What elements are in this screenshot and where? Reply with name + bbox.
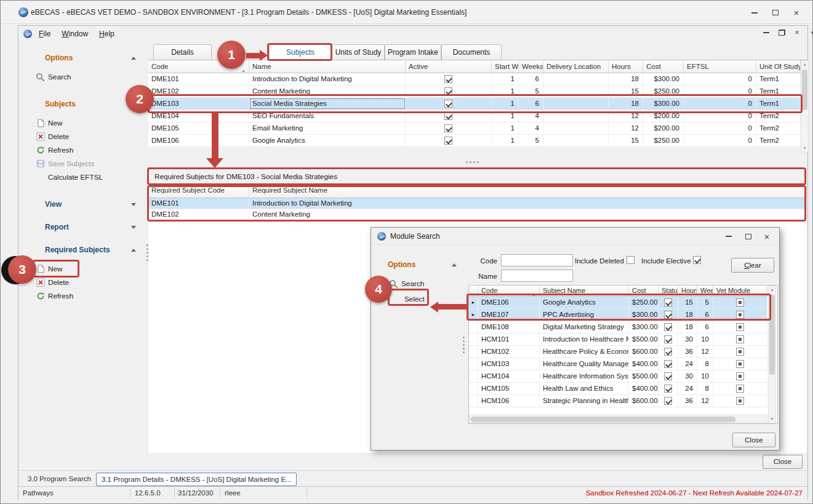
tab-units-of-study[interactable]: Units of Study	[332, 44, 385, 60]
sidebar-item-subjects-refresh[interactable]: Refresh	[19, 145, 146, 156]
sidebar-item-required-subjects-refresh[interactable]: Refresh	[19, 290, 146, 302]
panel-splitter[interactable]	[466, 159, 479, 164]
status-checkbox[interactable]	[664, 385, 672, 393]
search-icon	[36, 73, 45, 82]
row-hcm101[interactable]: HCM101Introduction to Healthcare M$500.0…	[469, 334, 767, 346]
clear-button[interactable]: Clear	[731, 258, 774, 273]
row-dme106[interactable]: DME106Google Analytics1515$250.000Term2	[148, 135, 801, 147]
row-hcm104[interactable]: HCM104Healthcare Information Syst$500.00…	[469, 370, 767, 383]
annotation-box-dme103-row	[148, 94, 803, 113]
cell-subject-name: Health Law and Ethics	[540, 383, 629, 394]
sidebar-section-required-subjects[interactable]: Required Subjects	[19, 245, 146, 255]
cell-status	[659, 383, 678, 394]
collapse-icon[interactable]	[131, 57, 136, 60]
dialog-splitter[interactable]	[461, 337, 466, 353]
row-hcm106[interactable]: HCM106Strategic Planning in Healthc$600.…	[469, 395, 767, 407]
column-header-weeks[interactable]: Weeks	[519, 60, 543, 73]
status-checkbox[interactable]	[664, 397, 672, 405]
scroll-thumb[interactable]	[471, 417, 735, 422]
dialog-close-footer-button[interactable]: Close	[732, 433, 775, 447]
column-header-active[interactable]: Active	[406, 60, 492, 73]
close-page-button[interactable]: Close	[763, 455, 803, 469]
cell-subject-name: Healthcare Quality Managem	[540, 358, 629, 370]
vet-module-checkbox[interactable]	[736, 360, 744, 368]
collapse-icon[interactable]	[131, 249, 136, 252]
row-hcm102[interactable]: HCM102Healthcare Policy & Economi$600.00…	[469, 346, 767, 358]
child-restore-button[interactable]	[777, 28, 787, 38]
expand-icon[interactable]	[131, 226, 136, 229]
sidebar-item-subjects-delete[interactable]: Delete	[19, 131, 146, 142]
toolbar-chevron-icon[interactable]: ▾	[807, 28, 813, 38]
vet-module-checkbox[interactable]	[736, 348, 744, 356]
row-dme108[interactable]: DME108Digital Marketing Strategy$300.001…	[469, 321, 767, 334]
scroll-down-icon[interactable]: ▼	[769, 415, 775, 423]
dialog-close-button[interactable]: ×	[758, 230, 775, 242]
scroll-up-icon[interactable]: ▲	[769, 286, 775, 294]
menu-file[interactable]: File	[33, 28, 56, 39]
column-header-start-week[interactable]: Start Week	[492, 60, 519, 73]
row-dme105[interactable]: DME105Email Marketing1412$200.000Term2	[148, 122, 801, 135]
maximize-button[interactable]	[767, 6, 784, 20]
column-header-hours[interactable]: Hours	[609, 60, 643, 73]
column-header-cost[interactable]: Cost	[643, 60, 684, 73]
row-dme101[interactable]: DME101Introduction to Digital Marketing1…	[148, 73, 801, 86]
sidebar-section-view[interactable]: View	[19, 199, 146, 210]
bottom-tab-1[interactable]: 3.0 Program Search	[23, 473, 95, 486]
menu-window[interactable]: Window	[56, 28, 94, 39]
status-checkbox[interactable]	[664, 360, 672, 368]
name-input[interactable]	[501, 270, 573, 282]
scroll-down-icon[interactable]: ▼	[801, 145, 808, 152]
active-checkbox[interactable]	[444, 124, 452, 132]
vet-module-checkbox[interactable]	[736, 397, 744, 405]
vet-module-checkbox[interactable]	[736, 372, 744, 380]
code-input[interactable]	[501, 254, 573, 266]
dialog-options-header[interactable]: Options	[375, 260, 462, 270]
cell-week: 12	[697, 395, 713, 407]
child-minimize-button[interactable]	[761, 28, 771, 38]
row-hcm103[interactable]: HCM103Healthcare Quality Managem$400.002…	[469, 358, 767, 370]
cell-code: HCM106	[478, 395, 540, 407]
module-grid-hscrollbar[interactable]	[469, 415, 767, 423]
sidebar-item-subjects-calculate-eftsl[interactable]: Calculate EFTSL	[19, 172, 146, 183]
close-button[interactable]: ×	[788, 6, 805, 20]
row-hcm105[interactable]: HCM105Health Law and Ethics$400.00248	[469, 383, 767, 395]
expand-icon[interactable]	[131, 203, 136, 206]
column-header-eftsl[interactable]: EFTSL	[684, 60, 756, 73]
active-checkbox[interactable]	[444, 75, 452, 83]
collapse-icon[interactable]	[452, 263, 457, 266]
menu-help[interactable]: Help	[94, 28, 120, 39]
item-label: New	[48, 119, 63, 127]
sidebar-item-required-subjects-delete[interactable]: Delete	[19, 277, 146, 288]
status-checkbox[interactable]	[664, 323, 672, 331]
vet-module-checkbox[interactable]	[736, 323, 744, 331]
minimize-button[interactable]	[746, 6, 763, 20]
child-close-button[interactable]: ×	[792, 28, 802, 38]
active-checkbox[interactable]	[444, 137, 452, 145]
tab-documents[interactable]: Documents	[441, 44, 502, 60]
vet-module-checkbox[interactable]	[736, 335, 744, 343]
column-header-name[interactable]: Name	[249, 60, 406, 73]
scroll-thumb[interactable]	[802, 70, 807, 110]
sidebar-section-options[interactable]: Options	[19, 53, 146, 63]
tab-program-intake[interactable]: Program Intake	[385, 44, 441, 60]
cell-unit-of-study: Term2	[756, 122, 801, 134]
dialog-minimize-button[interactable]	[720, 230, 737, 242]
cell-cost: $500.00	[629, 370, 659, 382]
status-cell-31-12-2030: 31/12/2030	[178, 489, 214, 497]
column-header-unit-of-study[interactable]: Unit Of Study	[756, 60, 801, 73]
dialog-maximize-button[interactable]	[740, 230, 757, 242]
column-header-delivery-location[interactable]: Delivery Location	[543, 60, 609, 73]
sidebar-item-options-search[interactable]: Search	[19, 71, 146, 82]
sidebar-item-subjects-new[interactable]: New	[19, 118, 146, 129]
cell-week: 8	[697, 358, 713, 370]
status-checkbox[interactable]	[664, 348, 672, 356]
status-checkbox[interactable]	[664, 372, 672, 380]
vet-module-checkbox[interactable]	[736, 385, 744, 393]
bottom-tab-2[interactable]: 3.1 Program Details - DMKESS - [UoS] Dig…	[96, 473, 297, 486]
include-deleted-checkbox[interactable]	[627, 256, 635, 264]
tab-details[interactable]: Details	[153, 44, 212, 60]
include-elective-checkbox[interactable]	[693, 256, 701, 264]
sidebar-section-report[interactable]: Report	[19, 222, 146, 233]
scroll-up-icon[interactable]: ▲	[801, 61, 808, 68]
status-checkbox[interactable]	[664, 335, 672, 343]
